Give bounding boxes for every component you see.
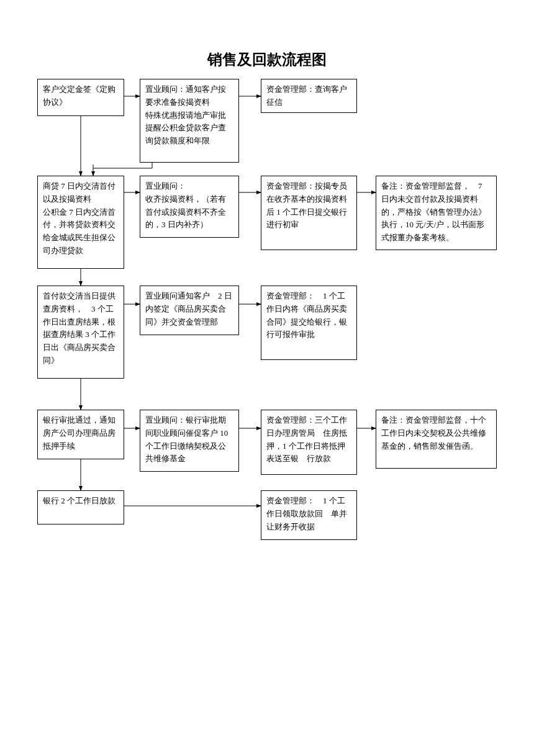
box-r1c2: 置业顾问：通知客户按要求准备按揭资料特殊优惠报请地产审批提醒公积金贷款客户查询贷… [140, 79, 239, 163]
box-r1c1: 客户交定金签《定购协议》 [37, 79, 124, 116]
box-r2c2: 置业顾问：收齐按揭资料，（若有首付或按揭资料不齐全的，3 日内补齐） [140, 176, 239, 238]
box-r4c2: 置业顾问：银行审批期间职业顾问催促客户 10 个工作日缴纳契税及公共维修基金 [140, 410, 239, 472]
box-r4c1: 银行审批通过，通知房产公司办理商品房抵押手续 [37, 410, 124, 459]
box-r3c2: 置业顾问通知客户 2 日内签定《商品房买卖合同》并交资金管理部 [140, 286, 239, 335]
diagram-title: 销售及回款流程图 [0, 0, 534, 82]
box-r2c4: 备注：资金管理部监督， 7 日内未交首付款及按揭资料的，严格按《销售管理办法》执… [376, 176, 497, 250]
box-r2c3: 资金管理部：按揭专员在收齐基本的按揭资料后 1 个工作日提交银行进行初审 [261, 176, 357, 250]
box-r4c3: 资金管理部：三个工作日办理房管局 住房抵押，1 个工作日将抵押表送至银 行放款 [261, 410, 357, 475]
box-r2c1: 商贷 7 日内交清首付以及按揭资料公积金 7 日内交清首付，并将贷款资料交给金城… [37, 176, 124, 269]
box-r4c4: 备注：资金管理部监督，十个工作日内未交契税及公共维修基金的，销售部发催告函。 [376, 410, 497, 469]
box-r3c1: 首付款交清当日提供查房资料， 3 个工作日出查房结果，根据查房结果 3 个工作日… [37, 286, 124, 379]
box-r3c3: 资金管理部： 1 个工作日内将《商品房买卖合同》提交给银行，银行可报件审批 [261, 286, 357, 360]
box-r1c3: 资金管理部：查询客户征信 [261, 79, 357, 113]
box-r5c1: 银行 2 个工作日放款 [37, 490, 124, 524]
box-r5c3: 资金管理部： 1 个工作日领取放款回 单并让财务开收据 [261, 490, 357, 540]
